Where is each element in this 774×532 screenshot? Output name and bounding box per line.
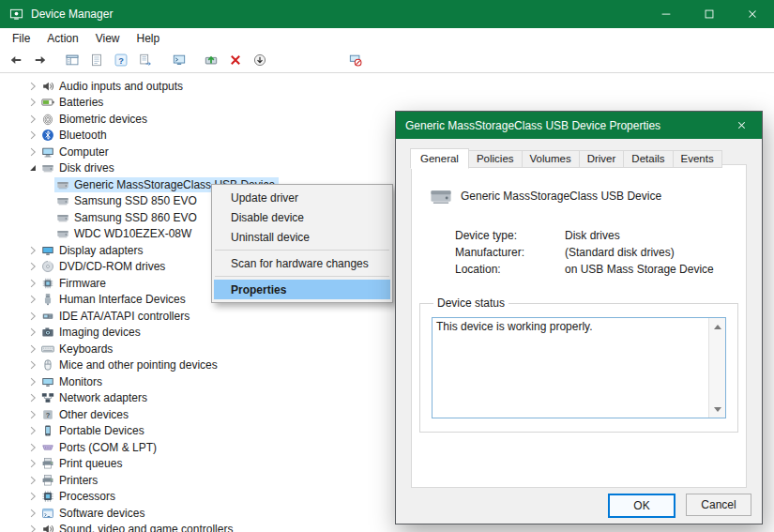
tab-details[interactable]: Details [623, 150, 673, 168]
disable-device-icon[interactable] [345, 50, 366, 70]
scroll-down-icon[interactable] [711, 403, 723, 415]
tree-item-content[interactable]: Network adapters [39, 390, 151, 405]
tab-policies[interactable]: Policies [468, 150, 523, 168]
tree-item[interactable]: Batteries [0, 95, 774, 112]
tree-item-content[interactable]: Samsung SSD 850 EVO [54, 193, 201, 208]
general-tab-page: Generic MassStorageClass USB Device Devi… [411, 164, 747, 488]
tab-general[interactable]: General [410, 148, 469, 169]
collapsed-chevron-icon[interactable] [26, 277, 39, 290]
minimize-icon[interactable] [645, 0, 688, 28]
tree-item[interactable]: Audio inputs and outputs [0, 78, 774, 95]
collapsed-chevron-icon[interactable] [26, 490, 39, 503]
tree-item-content[interactable]: Computer [39, 144, 113, 160]
tree-item-content[interactable]: Keyboards [39, 342, 116, 357]
forward-icon[interactable] [30, 50, 51, 70]
scan-hardware-icon[interactable] [250, 50, 270, 70]
tree-item-content[interactable]: Imaging devices [39, 325, 144, 340]
tab-volumes[interactable]: Volumes [522, 150, 580, 168]
device-field: Device type:Disk drives [412, 227, 746, 244]
tree-item-content[interactable]: Portable Devices [39, 423, 148, 438]
collapsed-chevron-icon[interactable] [26, 408, 39, 421]
tree-item-content[interactable]: Human Interface Devices [39, 292, 190, 307]
tree-item-content[interactable]: Mice and other pointing devices [39, 357, 221, 372]
field-value: (Standard disk drives) [565, 246, 675, 259]
context-menu-item-scan-for-hardware-changes[interactable]: Scan for hardware changes [214, 253, 390, 273]
tree-item-content[interactable]: Ports (COM & LPT) [39, 440, 160, 455]
collapsed-chevron-icon[interactable] [26, 424, 39, 437]
tree-item-content[interactable]: Display adapters [39, 243, 146, 258]
collapsed-chevron-icon[interactable] [26, 326, 39, 339]
back-icon[interactable] [6, 50, 26, 70]
context-menu-item-update-driver[interactable]: Update driver [214, 188, 390, 207]
device-status-box[interactable]: This device is working properly. [432, 317, 726, 418]
collapsed-chevron-icon[interactable] [26, 96, 39, 109]
remote-support-icon[interactable] [169, 50, 190, 70]
properties-sheet-icon[interactable] [86, 50, 107, 70]
tree-item-content[interactable]: Biometric devices [39, 112, 151, 127]
collapsed-chevron-icon[interactable] [26, 457, 39, 470]
tree-item-content[interactable]: Firmware [39, 276, 110, 291]
collapsed-chevron-icon[interactable] [26, 260, 39, 273]
collapsed-chevron-icon[interactable] [26, 474, 39, 487]
tree-item-content[interactable]: WDC WD10EZEX-08W [54, 226, 195, 241]
collapsed-chevron-icon[interactable] [26, 375, 39, 388]
menu-action[interactable]: Action [38, 29, 86, 48]
tree-item-content[interactable]: Processors [39, 489, 119, 504]
cancel-button[interactable]: Cancel [686, 494, 751, 516]
tree-item-content[interactable]: Software devices [39, 506, 148, 521]
export-list-icon[interactable] [135, 50, 156, 70]
console-tree-icon[interactable] [62, 50, 83, 70]
tree-item-content[interactable]: Monitors [39, 374, 106, 389]
collapsed-chevron-icon[interactable] [26, 293, 39, 306]
tree-item-content[interactable]: Printers [39, 473, 101, 488]
collapsed-chevron-icon[interactable] [26, 507, 39, 520]
tree-item-content[interactable]: Audio inputs and outputs [39, 79, 187, 94]
collapsed-chevron-icon[interactable] [26, 310, 39, 323]
collapsed-chevron-icon[interactable] [26, 244, 39, 257]
scroll-up-icon[interactable] [711, 321, 723, 332]
maximize-icon[interactable] [688, 0, 731, 28]
menu-file[interactable]: File [4, 29, 38, 48]
tree-item-content[interactable]: Batteries [39, 95, 107, 110]
disk-icon [56, 194, 69, 207]
dialog-close-icon[interactable] [721, 112, 762, 139]
device-manager-icon [9, 8, 23, 22]
bluetooth-icon [41, 129, 54, 142]
ok-button[interactable]: OK [608, 494, 675, 518]
context-menu-item-disable-device[interactable]: Disable device [214, 207, 390, 227]
tree-item-content[interactable]: Disk drives [39, 160, 118, 175]
context-menu-item-properties[interactable]: Properties [214, 280, 390, 299]
collapsed-chevron-icon[interactable] [26, 129, 39, 142]
tree-item-content[interactable]: ?Other devices [39, 407, 132, 422]
collapsed-chevron-icon[interactable] [26, 391, 39, 404]
tree-item-content[interactable]: Bluetooth [39, 128, 111, 143]
collapsed-chevron-icon[interactable] [26, 441, 39, 454]
collapsed-chevron-icon[interactable] [26, 145, 39, 159]
tab-events[interactable]: Events [673, 150, 722, 168]
collapsed-chevron-icon[interactable] [26, 80, 39, 93]
collapsed-chevron-icon[interactable] [26, 523, 39, 532]
status-scrollbar[interactable] [708, 318, 725, 418]
tree-item-content[interactable]: IDE ATA/ATAPI controllers [39, 309, 193, 324]
tree-item-content[interactable]: Sound, video and game controllers [39, 522, 236, 532]
dialog-buttons: OK Cancel [608, 494, 751, 518]
fingerprint-icon [41, 113, 54, 126]
collapsed-chevron-icon[interactable] [26, 342, 39, 356]
tree-item-label: Processors [59, 490, 115, 503]
collapsed-chevron-icon[interactable] [26, 113, 39, 126]
disk-drive-icon [427, 184, 455, 208]
tree-item-content[interactable]: DVD/CD-ROM drives [39, 259, 169, 274]
help-icon[interactable]: ? [111, 50, 131, 70]
menu-view[interactable]: View [87, 29, 129, 48]
collapsed-chevron-icon[interactable] [26, 358, 39, 372]
update-driver-icon[interactable] [201, 50, 221, 70]
tree-item-content[interactable]: Samsung SSD 860 EVO [54, 210, 201, 225]
toolbar: ? [0, 48, 774, 73]
uninstall-icon[interactable] [225, 50, 246, 70]
tree-item-content[interactable]: Print queues [39, 456, 126, 471]
menu-help[interactable]: Help [129, 29, 169, 48]
context-menu-item-uninstall-device[interactable]: Uninstall device [214, 227, 390, 247]
close-icon[interactable] [731, 0, 774, 28]
expanded-chevron-icon[interactable] [26, 161, 39, 175]
tab-driver[interactable]: Driver [579, 150, 625, 168]
